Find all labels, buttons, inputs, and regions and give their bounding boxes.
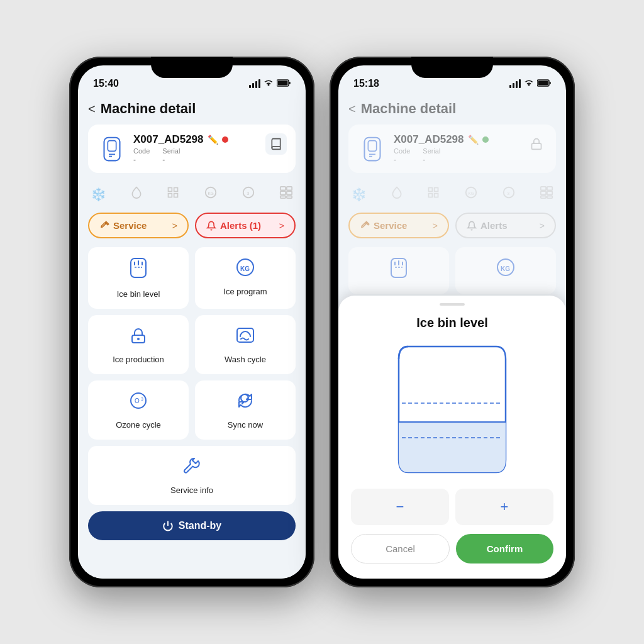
service-btn-text-1: Service <box>113 220 147 231</box>
battery-icon-2 <box>537 79 551 89</box>
grid-icon[interactable] <box>167 186 179 202</box>
status-icons-2 <box>509 79 551 89</box>
grid-icon-2[interactable] <box>427 186 440 202</box>
service-chevron-1: > <box>172 221 177 231</box>
machine-card-2: X007_AD5298 ✏️ Code - Serial - <box>348 125 556 173</box>
status-dot-2 <box>482 136 489 143</box>
ice-bin-icon-2 <box>389 257 409 284</box>
status-icons-1 <box>249 79 291 89</box>
edit-icon-1[interactable]: ✏️ <box>208 135 218 145</box>
kg-icon[interactable]: KG <box>204 186 218 203</box>
alerts-button-2[interactable]: Alerts > <box>455 213 556 238</box>
machine-icon-1 <box>98 135 126 163</box>
wifi-icon-2 <box>524 79 534 89</box>
sync-now-item[interactable]: Sync now <box>195 380 296 440</box>
svg-rect-8 <box>169 194 172 197</box>
svg-rect-14 <box>280 187 286 191</box>
edit-icon-2[interactable]: ✏️ <box>468 135 479 145</box>
confirm-button[interactable]: Confirm <box>456 534 553 564</box>
cancel-button[interactable]: Cancel <box>351 534 450 564</box>
serial-value-1: - <box>162 155 180 164</box>
serial-label-2: Serial <box>423 147 440 155</box>
svg-text:3: 3 <box>141 397 143 401</box>
alerts-button-1[interactable]: Alerts (1) > <box>195 213 296 238</box>
standby-button-1[interactable]: Stand-by <box>88 511 296 540</box>
phone-2-screen: 15:18 <box>338 65 566 579</box>
ice-program-item[interactable]: KG Ice program <box>195 247 296 309</box>
svg-text:KG: KG <box>468 191 474 196</box>
svg-rect-41 <box>435 194 438 197</box>
grid-row-1: Ice bin level KG Ice program <box>88 247 296 309</box>
drops-icon-2[interactable] <box>391 186 403 202</box>
svg-rect-49 <box>547 191 552 195</box>
serial-value-2: - <box>423 155 440 164</box>
book-icon-1[interactable] <box>265 133 287 155</box>
phone-1: 15:40 <box>69 57 314 587</box>
back-button-1[interactable]: < <box>88 102 96 116</box>
lock-icon-2[interactable] <box>526 133 547 155</box>
action-buttons-1: Service > Alerts (1) > <box>88 213 296 238</box>
svg-text:KG: KG <box>501 265 510 272</box>
ice-production-icon <box>128 325 148 350</box>
increment-button[interactable]: + <box>455 489 553 525</box>
service-chevron-2: > <box>433 221 438 231</box>
ice-bin-level-item[interactable]: Ice bin level <box>88 247 189 309</box>
sync-icon <box>235 391 255 415</box>
battery-icon-1 <box>277 79 291 89</box>
ice-bin-modal: Ice bin level <box>338 296 566 579</box>
wrench-icon <box>182 456 202 480</box>
grid-row-4: Service info <box>88 446 296 505</box>
ozone-label: Ozone cycle <box>116 420 161 430</box>
svg-rect-15 <box>287 187 292 191</box>
service-button-2[interactable]: Service > <box>348 213 449 238</box>
code-value-1: - <box>133 155 150 164</box>
svg-text:O: O <box>135 397 140 404</box>
grid2-icon[interactable] <box>279 186 293 203</box>
kg-icon-2[interactable]: KG <box>464 186 478 203</box>
svg-rect-47 <box>547 187 552 191</box>
svg-text:3: 3 <box>247 191 249 196</box>
service-info-label: Service info <box>170 486 213 495</box>
svg-rect-18 <box>280 196 286 199</box>
ice-production-item[interactable]: Ice production <box>88 315 189 374</box>
service-btn-text-2: Service <box>374 220 407 231</box>
service-button-1[interactable]: Service > <box>88 213 189 238</box>
header-2: < Machine detail <box>348 96 556 125</box>
ice-bin-label: Ice bin level <box>117 289 160 299</box>
status-time-1: 15:40 <box>93 78 119 89</box>
alerts-chevron-1: > <box>279 221 284 231</box>
decrement-button[interactable]: − <box>351 489 449 525</box>
serial-label-1: Serial <box>162 147 180 155</box>
machine-info-2: X007_AD5298 ✏️ Code - Serial - <box>394 133 546 164</box>
service-info-item[interactable]: Service info <box>88 446 296 505</box>
page-title-1: Machine detail <box>101 101 196 117</box>
grid2-icon-2[interactable] <box>540 186 553 203</box>
svg-rect-9 <box>174 194 178 197</box>
code-label-1: Code <box>133 147 150 155</box>
svg-rect-48 <box>541 191 546 195</box>
svg-rect-46 <box>541 187 546 191</box>
snowflake-icon[interactable]: ❄️ <box>91 187 106 202</box>
svg-rect-50 <box>541 196 546 199</box>
snowflake-icon-2[interactable]: ❄️ <box>351 187 367 202</box>
machine-card-1: X007_AD5298 ✏️ Code - Serial - <box>88 125 296 173</box>
svg-rect-37 <box>532 143 541 149</box>
ozone-cycle-item[interactable]: O 3 Ozone cycle <box>88 380 189 440</box>
ice-program-item-2: KG <box>455 247 556 294</box>
drops-icon[interactable] <box>130 186 143 202</box>
ice-program-icon-2: KG <box>496 257 516 282</box>
code-value-2: - <box>394 155 410 164</box>
svg-rect-19 <box>287 196 292 199</box>
wash-cycle-item[interactable]: Wash cycle <box>195 315 296 374</box>
machine-info-1: X007_AD5298 ✏️ Code - Serial - <box>133 133 286 164</box>
svg-rect-51 <box>547 196 552 199</box>
circle3-icon-2[interactable]: 3 <box>502 186 516 203</box>
circle3-icon[interactable]: 3 <box>242 186 255 203</box>
wash-cycle-label: Wash cycle <box>225 355 266 364</box>
action-buttons-2: Service > Alerts > <box>348 213 556 238</box>
ice-bin-icon <box>128 257 148 284</box>
back-button-2[interactable]: < <box>348 102 356 116</box>
svg-rect-17 <box>287 191 292 195</box>
svg-rect-7 <box>174 188 178 192</box>
machine-name-1: X007_AD5298 <box>133 133 204 146</box>
